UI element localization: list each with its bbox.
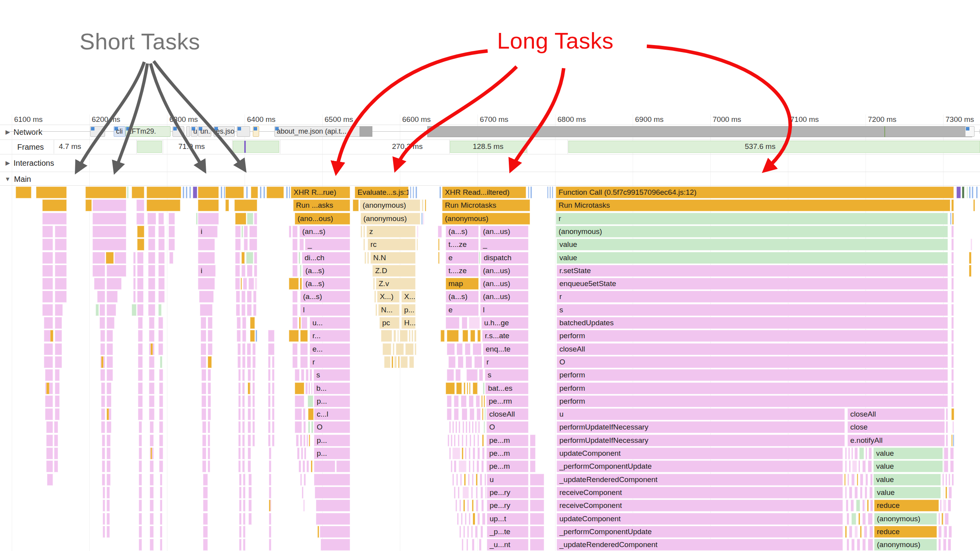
flame-chip[interactable] — [272, 382, 274, 394]
flame-chip[interactable] — [107, 460, 111, 472]
flame-chip[interactable] — [865, 487, 867, 498]
flame-chip[interactable] — [844, 474, 846, 486]
flame-chip[interactable] — [365, 252, 366, 264]
flame-chip[interactable] — [238, 369, 241, 381]
flame-chip[interactable] — [971, 239, 972, 250]
flame-bar[interactable]: c...l — [314, 408, 350, 420]
flame-chip[interactable] — [472, 421, 474, 433]
flame-chip[interactable] — [236, 291, 240, 303]
flame-chip[interactable] — [409, 330, 410, 342]
network-request-chip[interactable] — [965, 126, 975, 137]
flame-chip[interactable] — [320, 526, 350, 538]
flame-chip[interactable] — [55, 382, 60, 394]
flame-chip[interactable] — [137, 304, 143, 316]
flame-chip[interactable] — [201, 343, 206, 355]
flame-bar[interactable]: (an...us) — [480, 291, 528, 303]
flame-bar[interactable]: u.h...ge — [481, 317, 528, 329]
flame-chip[interactable] — [42, 304, 53, 316]
flame-chip[interactable] — [394, 330, 396, 342]
flame-chip[interactable] — [463, 500, 465, 511]
flame-bar[interactable]: e... — [310, 343, 350, 355]
flame-chip[interactable] — [851, 500, 854, 511]
flame-chip[interactable] — [477, 435, 479, 446]
flame-chip[interactable] — [208, 395, 211, 407]
flame-chip[interactable] — [459, 460, 466, 472]
flame-chip[interactable] — [246, 252, 253, 264]
flame-chip[interactable] — [951, 435, 953, 446]
flame-chip[interactable] — [467, 500, 469, 511]
flame-bar[interactable]: receiveComponent — [557, 487, 843, 498]
flame-chip[interactable] — [305, 382, 308, 394]
flame-bar[interactable]: pe...m — [486, 460, 528, 472]
flame-chip[interactable] — [254, 265, 257, 277]
flame-chip[interactable] — [50, 330, 53, 342]
flame-chip[interactable] — [16, 187, 31, 198]
flame-chip[interactable] — [951, 304, 954, 316]
flame-chip[interactable] — [303, 460, 305, 472]
flame-chip[interactable] — [199, 291, 214, 303]
flame-bar[interactable]: _u...nt — [487, 539, 528, 551]
flame-chip[interactable] — [127, 187, 129, 198]
flame-chip[interactable] — [409, 356, 414, 368]
flame-chip[interactable] — [866, 474, 868, 486]
flame-chip[interactable] — [944, 526, 947, 538]
flame-chip[interactable] — [136, 213, 144, 225]
flame-chip[interactable] — [869, 487, 873, 498]
flame-chip[interactable] — [250, 330, 255, 342]
flame-chip[interactable] — [447, 369, 454, 381]
flame-chip[interactable] — [289, 330, 299, 342]
flame-chip[interactable] — [97, 291, 105, 303]
flame-bar[interactable]: perform — [557, 395, 948, 407]
flame-chip[interactable] — [93, 252, 105, 264]
flame-chip[interactable] — [449, 448, 451, 459]
flame-chip[interactable] — [132, 187, 144, 198]
flame-chip[interactable] — [952, 213, 954, 225]
flame-chip[interactable] — [846, 500, 848, 511]
flame-chip[interactable] — [93, 265, 105, 277]
flame-chip[interactable] — [243, 278, 247, 290]
network-request-chip[interactable] — [237, 126, 250, 137]
flame-bar[interactable]: r.setState — [557, 265, 948, 277]
flame-chip[interactable] — [100, 330, 105, 342]
flame-bar[interactable]: enq...te — [483, 343, 528, 355]
flame-chip[interactable] — [159, 369, 163, 381]
flame-chip[interactable] — [401, 356, 408, 368]
flame-chip[interactable] — [868, 539, 873, 551]
flame-chip[interactable] — [478, 421, 480, 433]
flame-chip[interactable] — [252, 408, 255, 420]
flame-bar[interactable]: s — [557, 304, 948, 316]
flame-chip[interactable] — [238, 448, 241, 459]
flame-chip[interactable] — [137, 252, 143, 264]
flame-chip[interactable] — [530, 187, 532, 198]
flame-chip[interactable] — [46, 382, 49, 394]
flame-chip[interactable] — [138, 343, 143, 355]
flame-chip[interactable] — [485, 487, 486, 498]
flame-chip[interactable] — [269, 500, 270, 511]
flame-chip[interactable] — [454, 395, 459, 407]
flame-chip[interactable] — [247, 343, 251, 355]
flame-chip[interactable] — [235, 278, 240, 290]
flame-chip[interactable] — [969, 265, 971, 277]
flame-chip[interactable] — [945, 513, 949, 525]
flame-chip[interactable] — [150, 526, 154, 538]
flame-chip[interactable] — [198, 239, 215, 250]
flame-bar[interactable]: e — [446, 252, 479, 264]
flame-chip[interactable] — [953, 421, 954, 433]
flame-bar[interactable]: (anonymous) — [361, 213, 420, 225]
flame-chip[interactable] — [198, 199, 219, 211]
flame-bar[interactable]: _ — [480, 239, 528, 250]
flame-chip[interactable] — [235, 265, 240, 277]
flame-chip[interactable] — [951, 239, 954, 250]
flame-chip[interactable] — [464, 382, 465, 394]
flame-chip[interactable] — [159, 448, 163, 459]
flame-bar[interactable]: pe...rm — [486, 395, 528, 407]
flame-chip[interactable] — [416, 187, 417, 198]
flame-chip[interactable] — [858, 513, 860, 525]
flame-bar[interactable]: value — [557, 252, 948, 264]
flame-chip[interactable] — [410, 187, 411, 198]
flame-chip[interactable] — [447, 330, 459, 342]
flame-chip[interactable] — [47, 474, 53, 486]
network-request-bar[interactable] — [427, 126, 972, 137]
flame-chip[interactable] — [158, 213, 164, 225]
flame-chip[interactable] — [208, 343, 212, 355]
